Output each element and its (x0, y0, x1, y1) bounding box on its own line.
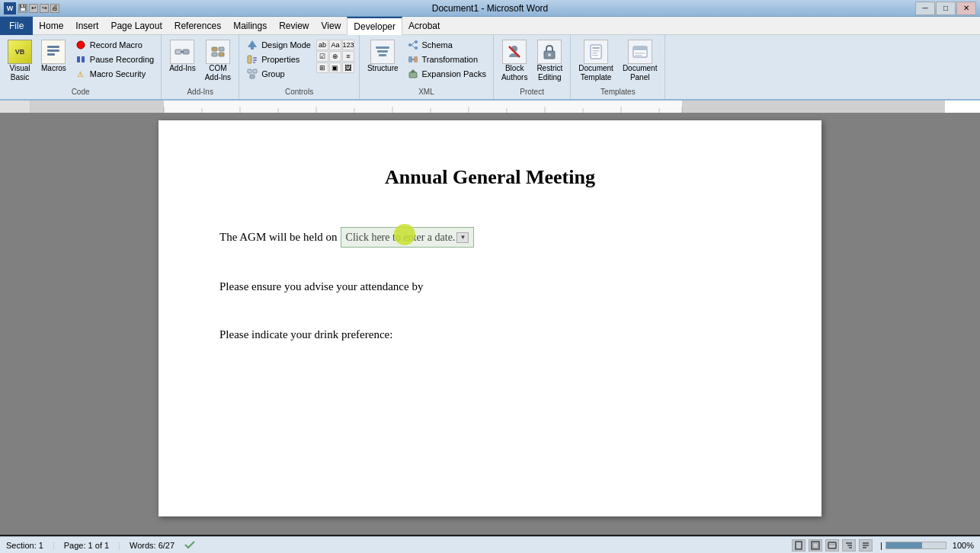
references-menu[interactable]: References (168, 17, 227, 35)
svg-rect-42 (592, 53, 597, 54)
visual-basic-button[interactable]: VB VisualBasic (5, 38, 35, 84)
right-margin (881, 113, 980, 535)
svg-rect-31 (414, 56, 418, 62)
code-group-content: VB VisualBasic Macros Record Macro (5, 38, 156, 86)
transformation-btn[interactable]: Transformation (405, 53, 488, 66)
developer-menu[interactable]: Developer (347, 17, 402, 35)
pause-recording-label: Pause Recording (90, 55, 154, 64)
document-template-button[interactable]: DocumentTemplate (575, 38, 617, 84)
svg-marker-13 (248, 40, 257, 47)
svg-rect-39 (591, 45, 601, 59)
window-controls: ─ □ ✕ (915, 2, 976, 15)
svg-rect-46 (635, 53, 645, 54)
properties-btn[interactable]: Properties (244, 53, 313, 66)
formatting-row-2: ☑ ⊕ ≡ (316, 51, 354, 62)
ctrl-btn-9[interactable]: 🖼 (342, 62, 354, 73)
add-ins-button[interactable]: Add-Ins (166, 38, 198, 75)
close-btn[interactable]: ✕ (956, 2, 976, 15)
block-authors-label: BlockAuthors (501, 64, 527, 82)
svg-rect-24 (379, 54, 386, 56)
ctrl-btn-8[interactable]: ▣ (329, 62, 341, 73)
document-panel-icon (628, 40, 652, 64)
properties-icon (246, 53, 258, 66)
add-ins-label: Add-Ins (169, 64, 195, 73)
page-layout-menu[interactable]: Page Layout (104, 17, 168, 35)
addins-group-label: Add-Ins (187, 88, 213, 96)
structure-button[interactable]: Structure (364, 38, 402, 75)
ctrl-btn-6[interactable]: ≡ (342, 51, 354, 62)
design-mode-btn[interactable]: Design Mode (244, 38, 313, 52)
ctrl-btn-4[interactable]: ☑ (316, 51, 328, 62)
expansion-packs-label: Expansion Packs (422, 69, 486, 78)
view-menu[interactable]: View (315, 17, 347, 35)
svg-rect-22 (376, 46, 389, 49)
document: Annual General Meeting The AGM will be h… (159, 120, 821, 516)
document-title: Annual General Meeting (219, 166, 761, 189)
xml-group-content: Structure Schema Transformation (364, 38, 488, 86)
addins-group-content: Add-Ins COMAdd-Ins (166, 38, 234, 86)
home-menu[interactable]: Home (33, 17, 69, 35)
restrict-editing-label: RestrictEditing (536, 64, 562, 82)
schema-label: Schema (422, 40, 453, 50)
svg-rect-15 (248, 56, 251, 63)
undo-quick-btn[interactable]: ↩ (29, 4, 38, 13)
draft-view-btn[interactable] (859, 539, 873, 551)
schema-btn[interactable]: Schema (405, 38, 488, 52)
schema-icon (407, 39, 419, 51)
transformation-label: Transformation (422, 55, 479, 64)
macros-button[interactable]: Macros (38, 38, 69, 75)
group-btn[interactable]: Group (244, 67, 313, 81)
zoom-level: 100% (953, 541, 974, 550)
formatting-row-1: ab Aa 123 (316, 40, 354, 50)
agm-text-before: The AGM will be held on (219, 229, 338, 246)
svg-rect-17 (253, 59, 257, 61)
ribbon-group-xml: Structure Schema Transformation (360, 35, 494, 99)
ctrl-btn-2[interactable]: Aa (329, 40, 341, 50)
svg-point-38 (548, 53, 551, 56)
svg-rect-67 (813, 543, 818, 548)
svg-rect-21 (250, 75, 255, 78)
zoom-bar[interactable] (886, 542, 946, 549)
file-menu-tab[interactable]: File (0, 17, 33, 35)
svg-rect-41 (592, 50, 600, 52)
insert-menu[interactable]: Insert (69, 17, 104, 35)
date-picker-dropdown-btn[interactable]: ▼ (456, 232, 469, 243)
redo-quick-btn[interactable]: ↪ (40, 4, 49, 13)
review-menu[interactable]: Review (273, 17, 315, 35)
expansion-packs-btn[interactable]: Expansion Packs (405, 67, 488, 81)
web-layout-view-btn[interactable] (825, 539, 839, 551)
block-authors-button[interactable]: BlockAuthors (498, 38, 530, 84)
document-panel-button[interactable]: DocumentPanel (620, 38, 661, 84)
record-macro-icon (75, 39, 87, 51)
macro-security-btn[interactable]: ⚠ Macro Security (72, 67, 156, 81)
status-bar-right: | 100% (792, 539, 974, 551)
restore-btn[interactable]: □ (936, 2, 956, 15)
svg-rect-20 (253, 69, 257, 73)
macros-label: Macros (41, 64, 66, 73)
ctrl-btn-5[interactable]: ⊕ (329, 51, 341, 62)
ctrl-btn-7[interactable]: ⊞ (316, 62, 328, 73)
record-macro-btn[interactable]: Record Macro (72, 38, 156, 52)
com-add-ins-button[interactable]: COMAdd-Ins (202, 38, 234, 84)
doc-area: Annual General Meeting The AGM will be h… (99, 113, 881, 535)
acrobat-menu[interactable]: Acrobat (402, 17, 446, 35)
drink-preference-paragraph: Please indicate your drink preference: (219, 326, 761, 344)
outline-view-btn[interactable] (842, 539, 856, 551)
svg-rect-45 (633, 46, 647, 50)
ctrl-btn-3[interactable]: 123 (342, 40, 354, 50)
minimize-btn[interactable]: ─ (915, 2, 935, 15)
title-bar: W 💾 ↩ ↪ 🖨 Document1 - Microsoft Word ─ □… (0, 0, 980, 17)
expansion-packs-icon (407, 68, 419, 80)
controls-group-label: Controls (285, 88, 313, 96)
pause-recording-btn[interactable]: Pause Recording (72, 53, 156, 66)
restrict-editing-button[interactable]: RestrictEditing (533, 38, 565, 84)
restrict-editing-icon (537, 40, 562, 64)
ctrl-btn-1[interactable]: ab (316, 40, 328, 50)
print-layout-view-btn[interactable] (792, 539, 805, 551)
svg-point-3 (77, 41, 85, 49)
save-quick-btn[interactable]: 💾 (18, 4, 27, 13)
structure-label: Structure (367, 64, 399, 73)
fullscreen-view-btn[interactable] (809, 539, 822, 551)
print-preview-quick-btn[interactable]: 🖨 (50, 4, 59, 13)
mailings-menu[interactable]: Mailings (227, 17, 273, 35)
